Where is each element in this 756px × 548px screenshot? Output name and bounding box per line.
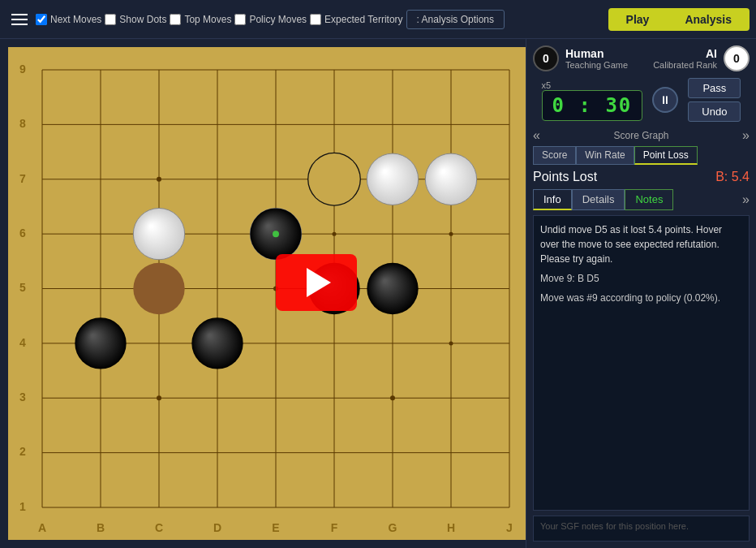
analysis-options-button[interactable]: : Analysis Options (406, 10, 505, 29)
points-lost-row: Points Lost B: 5.4 (533, 170, 750, 184)
hamburger-menu[interactable] (6, 11, 32, 28)
tab-point-loss[interactable]: Point Loss (634, 146, 698, 165)
pass-undo-group: Pass Undo (688, 78, 741, 122)
ai-name: AI (653, 47, 717, 60)
players-row: 0 Human Teaching Game AI Calibrated Rank… (533, 45, 750, 71)
info-tabs-row: Info Details Notes » (533, 189, 750, 210)
go-board-canvas[interactable] (8, 47, 526, 540)
sgf-notes-text: Your SGF notes for this position here. (540, 521, 689, 531)
policy-moves-item[interactable]: Policy Moves (234, 14, 307, 25)
points-lost-value: B: 5.4 (715, 170, 750, 184)
pause-button[interactable]: ⏸ (652, 87, 678, 113)
top-moves-label: Top Moves (184, 14, 231, 25)
tab-details[interactable]: Details (572, 189, 625, 210)
points-lost-label: Points Lost (533, 170, 597, 184)
show-dots-checkbox[interactable] (105, 14, 116, 25)
analysis-tab-button[interactable]: Analysis (667, 8, 750, 31)
show-dots-item[interactable]: Show Dots (105, 14, 166, 25)
tab-score[interactable]: Score (533, 146, 576, 165)
expected-territory-checkbox[interactable] (310, 14, 321, 25)
timer-multiplier: x5 (542, 80, 552, 90)
human-name: Human (565, 47, 628, 60)
graph-nav-left[interactable]: « (533, 128, 540, 143)
ai-player-info: AI Calibrated Rank 0 (653, 45, 750, 71)
human-score: 0 (543, 52, 549, 65)
policy-moves-checkbox[interactable] (234, 14, 246, 25)
tab-notes[interactable]: Notes (625, 189, 673, 210)
toolbar: Next Moves Show Dots Top Moves Policy Mo… (0, 0, 756, 39)
info-move-9: Move 9: B D5 (540, 271, 742, 286)
policy-moves-label: Policy Moves (249, 14, 307, 25)
top-moves-checkbox[interactable] (170, 14, 181, 25)
info-tab-group: Info Details Notes (533, 189, 673, 210)
show-dots-label: Show Dots (119, 14, 166, 25)
board-container (0, 39, 526, 548)
info-nav-right[interactable]: » (742, 192, 750, 207)
ai-score: 0 (733, 52, 740, 65)
info-message: Undid move D5 as it lost 5.4 points. Hov… (540, 224, 722, 265)
score-graph-header: « Score Graph » (533, 128, 750, 143)
play-tab-button[interactable]: Play (608, 8, 668, 31)
timer-group: x5 0 : 30 (542, 79, 643, 121)
play-analysis-group: Play Analysis (608, 8, 750, 31)
graph-nav-right[interactable]: » (742, 128, 750, 143)
tab-info[interactable]: Info (533, 189, 572, 210)
ai-stone: 0 (724, 45, 750, 71)
sgf-notes-panel[interactable]: Your SGF notes for this position here. (533, 516, 750, 542)
ai-details: AI Calibrated Rank (653, 47, 717, 70)
human-details: Human Teaching Game (565, 47, 628, 70)
main-layout: 0 Human Teaching Game AI Calibrated Rank… (0, 39, 756, 548)
undo-button[interactable]: Undo (688, 101, 741, 122)
next-moves-checkbox[interactable] (36, 14, 47, 25)
human-sub: Teaching Game (565, 60, 628, 70)
expected-territory-item[interactable]: Expected Territory (310, 14, 403, 25)
score-graph-title: Score Graph (540, 130, 742, 141)
tab-win-rate[interactable]: Win Rate (576, 146, 634, 165)
pass-button[interactable]: Pass (688, 78, 741, 98)
score-tabs: Score Win Rate Point Loss (533, 146, 750, 165)
ai-sub: Calibrated Rank (653, 60, 717, 70)
top-moves-item[interactable]: Top Moves (170, 14, 231, 25)
expected-territory-label: Expected Territory (324, 14, 403, 25)
info-policy: Move was #9 according to policy (0.02%). (540, 291, 742, 305)
human-stone: 0 (533, 45, 559, 71)
next-moves-item[interactable]: Next Moves (36, 14, 101, 25)
info-content-panel: Undid move D5 as it lost 5.4 points. Hov… (533, 215, 750, 511)
play-triangle-icon (307, 268, 331, 297)
video-play-button[interactable] (276, 254, 357, 311)
next-moves-label: Next Moves (50, 14, 101, 25)
timer-display: 0 : 30 (542, 90, 643, 121)
human-player-info: 0 Human Teaching Game (533, 45, 628, 71)
timer-row: x5 0 : 30 ⏸ Pass Undo (533, 78, 750, 122)
right-panel: 0 Human Teaching Game AI Calibrated Rank… (526, 39, 756, 548)
